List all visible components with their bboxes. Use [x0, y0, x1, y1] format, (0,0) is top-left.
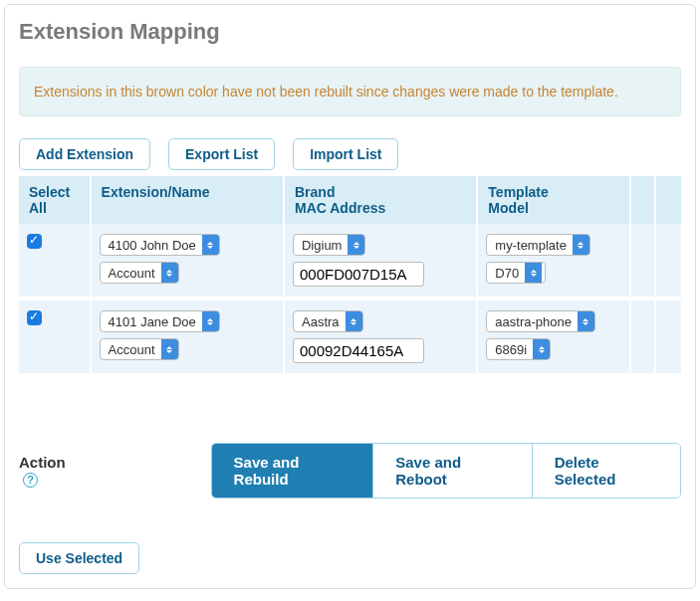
col-spacer-1 [630, 176, 656, 224]
col-mac-label: MAC Address [295, 200, 385, 216]
mac-address-input[interactable] [293, 338, 424, 363]
extension-mapping-panel: Extension Mapping Extensions in this bro… [4, 4, 696, 589]
col-select-all[interactable]: Select All [19, 176, 91, 224]
col-extension[interactable]: Extension/Name [91, 176, 284, 224]
save-and-reboot-button[interactable]: Save and Reboot [373, 444, 532, 498]
col-model-label: Model [488, 200, 528, 216]
model-select[interactable]: 6869i [486, 338, 551, 360]
chevron-updown-icon [346, 311, 362, 331]
extension-value: 4100 John Doe [101, 238, 202, 253]
import-list-button[interactable]: Import List [293, 138, 398, 170]
chevron-updown-icon [202, 311, 219, 331]
brand-value: Aastra [294, 314, 346, 329]
chevron-updown-icon [525, 263, 542, 283]
chevron-updown-icon [348, 235, 364, 255]
brand-select[interactable]: Aastra [293, 310, 363, 332]
table-row: 4100 John Doe Account Digium [19, 224, 681, 299]
template-select[interactable]: aastra-phone [486, 310, 595, 332]
extension-select[interactable]: 4100 John Doe [100, 234, 220, 256]
col-select-label: Select All [29, 184, 70, 216]
model-value: D70 [487, 266, 525, 281]
action-label-wrap: Action ? [19, 454, 86, 488]
col-spacer-2 [655, 176, 681, 224]
template-select[interactable]: my-template [486, 234, 590, 256]
model-value: 6869i [487, 342, 533, 357]
col-ext-label: Extension/Name [102, 184, 210, 200]
col-template-label: Template [488, 184, 548, 200]
account-select[interactable]: Account [100, 262, 179, 284]
action-label: Action [19, 454, 66, 471]
chevron-updown-icon [578, 311, 594, 331]
save-and-rebuild-button[interactable]: Save and Rebuild [212, 444, 374, 498]
row-checkbox[interactable] [27, 234, 42, 249]
add-extension-button[interactable]: Add Extension [19, 138, 150, 170]
mac-address-input[interactable] [293, 262, 424, 287]
use-selected-button[interactable]: Use Selected [19, 542, 139, 574]
chevron-updown-icon [161, 263, 178, 283]
brand-select[interactable]: Digium [293, 234, 365, 256]
rebuild-notice: Extensions in this brown color have not … [19, 67, 681, 116]
action-segment: Save and Rebuild Save and Reboot Delete … [211, 443, 681, 499]
col-brand-mac[interactable]: Brand MAC Address [284, 176, 477, 224]
chevron-updown-icon [202, 235, 219, 255]
chevron-updown-icon [161, 339, 178, 359]
template-value: my-template [487, 238, 573, 253]
account-value: Account [101, 266, 161, 281]
model-select[interactable]: D70 [486, 262, 546, 284]
chevron-updown-icon [533, 339, 550, 359]
col-brand-label: Brand [295, 184, 335, 200]
extension-select[interactable]: 4101 Jane Doe [100, 310, 220, 332]
action-row: Action ? Save and Rebuild Save and Reboo… [19, 443, 681, 499]
footer: Use Selected [19, 542, 681, 574]
extension-value: 4101 Jane Doe [101, 314, 202, 329]
chevron-updown-icon [573, 235, 589, 255]
export-list-button[interactable]: Export List [168, 138, 275, 170]
table-row: 4101 Jane Doe Account Aastra [19, 299, 681, 373]
help-icon[interactable]: ? [23, 473, 38, 488]
toolbar: Add Extension Export List Import List [19, 138, 681, 170]
col-template-model[interactable]: Template Model [477, 176, 629, 224]
delete-selected-button[interactable]: Delete Selected [533, 444, 680, 498]
template-value: aastra-phone [487, 314, 578, 329]
account-select[interactable]: Account [100, 338, 179, 360]
page-title: Extension Mapping [19, 19, 681, 45]
extension-table: Select All Extension/Name Brand MAC Addr… [19, 176, 681, 373]
brand-value: Digium [294, 238, 348, 253]
row-checkbox[interactable] [27, 310, 42, 325]
account-value: Account [101, 342, 161, 357]
